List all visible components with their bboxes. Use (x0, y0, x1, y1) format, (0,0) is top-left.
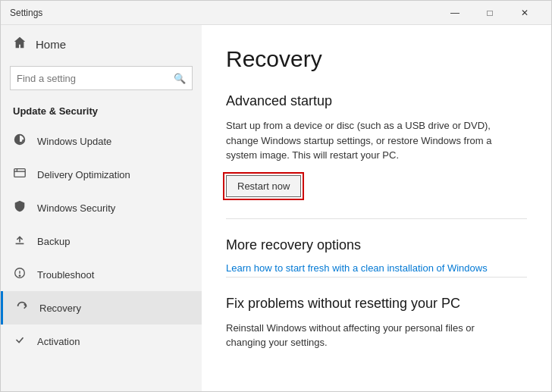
search-icon[interactable]: 🔍 (174, 73, 186, 84)
window-title: Settings (10, 8, 438, 18)
advanced-startup-desc: Start up from a device or disc (such as … (226, 118, 514, 163)
sidebar-item-label: Windows Security (37, 202, 115, 214)
sidebar-item-troubleshoot[interactable]: Troubleshoot (1, 258, 202, 291)
security-icon (13, 199, 27, 216)
restart-now-button[interactable]: Restart now (226, 175, 301, 197)
sidebar-home-item[interactable]: Home (1, 25, 202, 63)
sidebar-item-label: Windows Update (37, 136, 111, 147)
delivery-icon (13, 166, 27, 183)
sidebar-item-windows-security[interactable]: Windows Security (1, 191, 202, 224)
sidebar-item-label: Delivery Optimization (37, 169, 130, 180)
home-label: Home (36, 38, 66, 51)
sidebar-item-label: Troubleshoot (37, 269, 94, 281)
titlebar: Settings — □ ✕ (1, 1, 551, 25)
sidebar-item-label: Backup (37, 236, 70, 247)
maximize-button[interactable]: □ (472, 1, 507, 25)
search-input[interactable] (17, 73, 174, 84)
divider-1 (226, 218, 527, 219)
sidebar-item-backup[interactable]: Backup (1, 224, 202, 258)
svg-point-2 (19, 275, 20, 276)
page-title: Recovery (226, 46, 527, 72)
sidebar-item-label: Activation (37, 336, 80, 347)
troubleshoot-icon (13, 266, 27, 283)
sidebar-section-title: Update & Security (1, 99, 202, 124)
home-icon (13, 36, 27, 52)
backup-icon (13, 233, 27, 249)
recovery-icon (15, 299, 29, 316)
activation-icon (13, 333, 27, 350)
sidebar-item-recovery[interactable]: Recovery (1, 291, 202, 325)
settings-window: Settings — □ ✕ Home 🔍 (0, 0, 552, 392)
advanced-startup-title: Advanced startup (226, 93, 527, 109)
update-icon (13, 133, 27, 149)
fix-problems-title: Fix problems without resetting your PC (226, 296, 527, 312)
sidebar: Home 🔍 Update & Security Windows Upda (1, 25, 202, 391)
sidebar-item-label: Recovery (39, 303, 81, 314)
close-button[interactable]: ✕ (507, 1, 542, 25)
sidebar-item-activation[interactable]: Activation (1, 325, 202, 358)
clean-install-link[interactable]: Learn how to start fresh with a clean in… (226, 262, 527, 274)
sidebar-item-delivery-optimization[interactable]: Delivery Optimization (1, 158, 202, 191)
svg-rect-0 (14, 169, 25, 177)
minimize-button[interactable]: — (438, 1, 472, 25)
sidebar-item-windows-update[interactable]: Windows Update (1, 124, 202, 158)
divider-2 (226, 277, 527, 278)
fix-problems-desc: Reinstall Windows without affecting your… (226, 321, 514, 350)
search-box[interactable]: 🔍 (10, 66, 193, 90)
main-layout: Home 🔍 Update & Security Windows Upda (1, 25, 551, 391)
more-recovery-title: More recovery options (226, 237, 527, 253)
content-area: Recovery Advanced startup Start up from … (202, 25, 551, 391)
window-controls: — □ ✕ (438, 1, 542, 25)
